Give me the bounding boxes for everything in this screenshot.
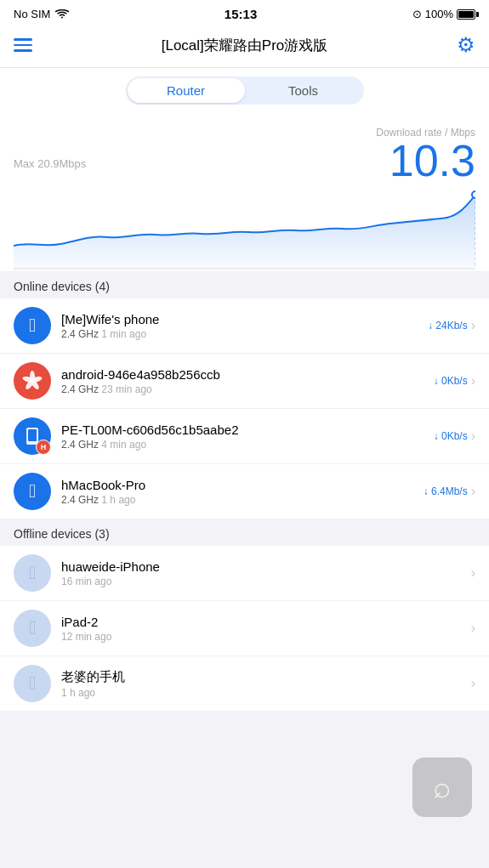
apple-icon:  (29, 315, 36, 337)
device-speed: ↓ 24Kb/s (428, 320, 468, 332)
menu-button[interactable] (14, 38, 32, 52)
huawei-icon (21, 370, 43, 392)
device-info: android-946e4a958b256ccb 2.4 GHz 23 min … (61, 367, 434, 395)
device-meta: 2.4 GHz 4 min ago (61, 439, 434, 451)
device-meta: 1 h ago (61, 687, 468, 699)
no-sim-label: No SIM (14, 8, 50, 20)
time-label: 16 min ago (61, 576, 111, 587)
status-right: ⊙ 100% (412, 8, 475, 20)
speed-value: 10.3 (376, 139, 475, 183)
svg-rect-9 (28, 429, 37, 441)
device-item[interactable]:  iPad-2 12 min ago › (0, 601, 489, 656)
device-info: huaweide-iPhone 16 min ago (61, 559, 468, 587)
current-speed-area: Download rate / Mbps 10.3 (376, 127, 475, 183)
device-item[interactable]: H PE-TL00M-c606d56c1b5aabe2 2.4 GHz 4 mi… (0, 409, 489, 464)
device-avatar:  (14, 665, 51, 702)
device-item[interactable]:  hMacBook-Pro 2.4 GHz 1 h ago ↓ 6.4Mb/s… (0, 464, 489, 519)
device-meta: 12 min ago (61, 631, 468, 643)
device-info: iPad-2 12 min ago (61, 615, 468, 643)
freq-label: 2.4 GHz (61, 383, 99, 395)
time-label: 1 h ago (101, 494, 135, 506)
svg-point-0 (472, 191, 475, 198)
tab-router[interactable]: Router (128, 78, 245, 103)
offline-devices-header: Offline devices (3) (0, 519, 489, 546)
spotlight-overlay: ⌕ (412, 757, 472, 817)
device-name: iPad-2 (61, 615, 468, 629)
device-speed: ↓ 6.4Mb/s (424, 485, 468, 497)
device-info: 老婆的手机 1 h ago (61, 669, 468, 699)
chevron-right-icon: › (471, 318, 475, 333)
apple-icon:  (29, 617, 36, 639)
nav-title: [Local]荣耀路由Pro游戏版 (162, 36, 328, 55)
device-info: [Me]Wife's phone 2.4 GHz 1 min ago (61, 312, 428, 340)
apple-icon:  (29, 672, 36, 695)
status-bar: No SIM 15:13 ⊙ 100% (0, 0, 489, 25)
device-name: 老婆的手机 (61, 669, 468, 685)
apple-icon:  (29, 480, 36, 502)
status-time: 15:13 (225, 7, 257, 21)
device-name: PE-TL00M-c606d56c1b5aabe2 (61, 423, 434, 437)
device-avatar:  (14, 554, 51, 592)
chevron-right-icon: › (471, 428, 475, 444)
top-nav: [Local]荣耀路由Pro游戏版 ⚙ (0, 25, 489, 68)
freq-label: 2.4 GHz (61, 494, 99, 506)
device-avatar (14, 362, 51, 400)
offline-device-list:  huaweide-iPhone 16 min ago ›  iPad-2 … (0, 546, 489, 711)
speed-chart (14, 186, 475, 271)
device-speed: ↓ 0Kb/s (434, 430, 468, 442)
chart-svg (14, 186, 475, 271)
time-label: 4 min ago (101, 439, 146, 451)
device-item[interactable]:  [Me]Wife's phone 2.4 GHz 1 min ago ↓ 2… (0, 298, 489, 354)
huawei-badge: H (36, 440, 51, 455)
time-label: 1 h ago (61, 687, 95, 699)
device-name: huaweide-iPhone (61, 559, 468, 574)
max-speed-label: Max 20.9Mbps (14, 157, 86, 170)
device-meta: 2.4 GHz 23 min ago (61, 383, 434, 395)
battery-icon (457, 9, 475, 20)
time-label: 12 min ago (61, 631, 111, 643)
chevron-right-icon: › (471, 484, 475, 499)
device-meta: 2.4 GHz 1 h ago (61, 494, 424, 506)
battery-label: 100% (425, 8, 453, 20)
device-name: [Me]Wife's phone (61, 312, 428, 326)
device-meta: 2.4 GHz 1 min ago (61, 328, 428, 340)
device-meta: 16 min ago (61, 576, 468, 587)
device-speed: ↓ 0Kb/s (434, 375, 468, 387)
online-devices-header: Online devices (4) (0, 271, 489, 298)
wifi-icon (55, 9, 69, 20)
freq-label: 2.4 GHz (61, 328, 99, 340)
device-avatar: H (14, 417, 51, 455)
device-item[interactable]:  老婆的手机 1 h ago › (0, 656, 489, 711)
device-item[interactable]:  huaweide-iPhone 16 min ago › (0, 546, 489, 601)
clock-icon: ⊙ (412, 8, 422, 20)
svg-point-10 (31, 442, 33, 444)
chart-area: Max 20.9Mbps Download rate / Mbps 10.3 (0, 116, 489, 271)
status-left: No SIM (14, 8, 69, 20)
apple-icon:  (29, 562, 36, 584)
spotlight-icon: ⌕ (433, 769, 452, 805)
online-device-list:  [Me]Wife's phone 2.4 GHz 1 min ago ↓ 2… (0, 298, 489, 519)
device-avatar:  (14, 610, 51, 647)
freq-label: 2.4 GHz (61, 439, 99, 451)
tab-container: Router Tools (126, 77, 364, 105)
device-info: hMacBook-Pro 2.4 GHz 1 h ago (61, 478, 424, 506)
chevron-right-icon: › (471, 676, 475, 691)
device-avatar:  (14, 473, 51, 510)
settings-button[interactable]: ⚙ (457, 33, 475, 57)
chevron-right-icon: › (471, 565, 475, 581)
device-info: PE-TL00M-c606d56c1b5aabe2 2.4 GHz 4 min … (61, 423, 434, 451)
device-item[interactable]: android-946e4a958b256ccb 2.4 GHz 23 min … (0, 354, 489, 409)
chart-header: Max 20.9Mbps Download rate / Mbps 10.3 (14, 127, 475, 183)
device-name: android-946e4a958b256ccb (61, 367, 434, 382)
chevron-right-icon: › (471, 621, 475, 636)
time-label: 23 min ago (101, 383, 151, 395)
device-avatar:  (14, 307, 51, 344)
chevron-right-icon: › (471, 373, 475, 389)
device-name: hMacBook-Pro (61, 478, 424, 492)
tab-tools[interactable]: Tools (245, 78, 362, 103)
tab-bar: Router Tools (0, 68, 489, 116)
time-label: 1 min ago (101, 328, 146, 340)
